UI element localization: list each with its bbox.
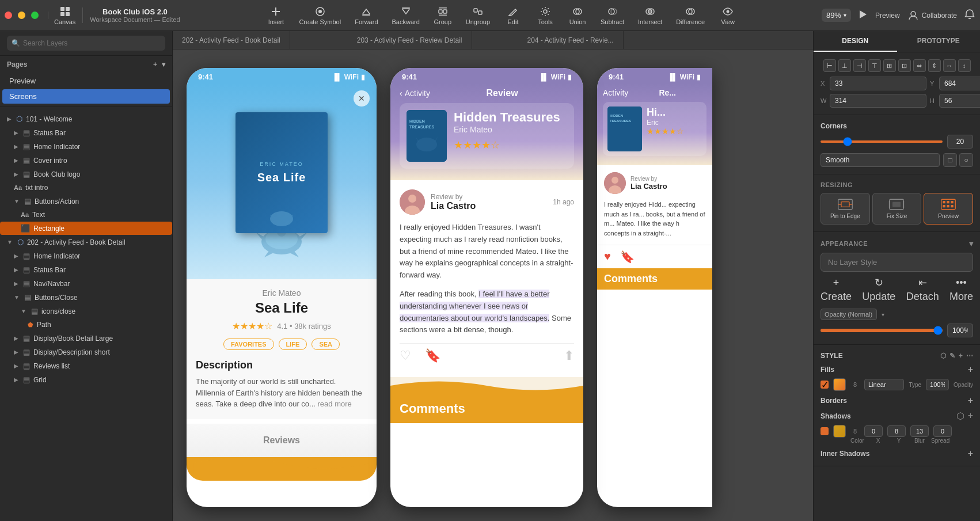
pin-to-edge-option[interactable]: Pin to Edge bbox=[821, 193, 870, 225]
fill-checkbox[interactable]: ✓ bbox=[821, 381, 829, 389]
notifications-icon[interactable] bbox=[964, 9, 975, 22]
smooth-circle-button[interactable]: ○ bbox=[959, 153, 973, 167]
corners-input[interactable] bbox=[947, 135, 973, 149]
more-style-button[interactable]: ••• More bbox=[949, 277, 973, 303]
layer-path[interactable]: ⬟ Path bbox=[0, 318, 172, 331]
close-button[interactable] bbox=[5, 12, 12, 19]
w-input[interactable] bbox=[830, 94, 926, 108]
align-bottom-button[interactable]: ⊡ bbox=[898, 59, 911, 72]
union-tool[interactable]: Union bbox=[563, 3, 592, 28]
layer-style-select[interactable]: No Layer Style bbox=[821, 253, 973, 272]
tab-prototype[interactable]: PROTOTYPE bbox=[897, 31, 981, 52]
layer-nav-navbar[interactable]: ▶ ▤ Nav/Navbar bbox=[0, 277, 172, 290]
layer-book-club-logo[interactable]: ▶ ▤ Book Club logo bbox=[0, 168, 172, 181]
edit-tool[interactable]: Edit bbox=[498, 3, 528, 28]
preview-button[interactable] bbox=[856, 8, 868, 23]
align-right-button[interactable]: ⊣ bbox=[853, 59, 866, 72]
layer-cover-intro[interactable]: ▶ ▤ Cover intro bbox=[0, 154, 172, 167]
layer-home-indicator-2[interactable]: ▶ ▤ Home Indicator bbox=[0, 249, 172, 263]
canvas-tool[interactable]: Insert Canvas bbox=[54, 6, 75, 25]
align-left-button[interactable]: ⊢ bbox=[823, 59, 836, 72]
style-icon-1[interactable]: ⬡ bbox=[940, 352, 946, 360]
group-tool[interactable]: Group bbox=[428, 3, 458, 28]
layer-reviews-list[interactable]: ▶ ▤ Reviews list bbox=[0, 359, 172, 372]
minimize-button[interactable] bbox=[18, 12, 25, 19]
bookmark-button[interactable]: 🔖 bbox=[425, 348, 440, 363]
collaborate-button[interactable]: Collaborate bbox=[907, 9, 957, 22]
tools-tool[interactable]: Tools bbox=[530, 3, 560, 28]
like-button[interactable]: ♡ bbox=[400, 348, 411, 363]
add-inner-shadow-button[interactable]: + bbox=[968, 448, 973, 459]
shadow-spread-input[interactable] bbox=[933, 425, 952, 437]
view-tool[interactable]: View bbox=[713, 3, 743, 28]
tab-design[interactable]: DESIGN bbox=[814, 31, 897, 52]
layer-icons-close[interactable]: ▼ ▤ icons/close bbox=[0, 305, 172, 318]
layer-grid[interactable]: ▶ ▤ Grid bbox=[0, 373, 172, 386]
style-icon-4[interactable]: ⋯ bbox=[966, 352, 973, 360]
flip-h-button[interactable]: ↔ bbox=[943, 59, 956, 72]
maximize-button[interactable] bbox=[31, 12, 39, 19]
shadow-x-input[interactable] bbox=[864, 425, 883, 437]
align-middle-button[interactable]: ⊞ bbox=[883, 59, 896, 72]
opacity-slider[interactable] bbox=[821, 329, 943, 332]
screen3-like-icon[interactable]: ♥ bbox=[604, 250, 611, 264]
share-button[interactable]: ⬆ bbox=[564, 348, 574, 363]
add-page-icon[interactable]: + bbox=[153, 60, 157, 69]
page-preview[interactable]: Preview bbox=[2, 74, 170, 88]
layer-home-indicator[interactable]: ▶ ▤ Home Indicator bbox=[0, 140, 172, 153]
page-screens[interactable]: Screens bbox=[2, 89, 170, 104]
intersect-tool[interactable]: Intersect bbox=[632, 3, 668, 28]
create-style-button[interactable]: + Create bbox=[821, 277, 852, 303]
layer-202-activity[interactable]: ▼ ⬡ 202 - Activity Feed - Book Detail bbox=[0, 235, 172, 249]
appearance-chevron-icon[interactable]: ▾ bbox=[969, 239, 974, 248]
fill-type-select[interactable]: Linear bbox=[864, 379, 904, 390]
x-input[interactable] bbox=[830, 77, 926, 90]
screen3-bookmark-icon[interactable]: 🔖 bbox=[620, 250, 635, 264]
pages-chevron-icon[interactable]: ▾ bbox=[162, 60, 165, 69]
zoom-control[interactable]: 89% ▾ bbox=[822, 9, 851, 22]
shadow-icon-2[interactable]: + bbox=[968, 410, 973, 421]
layer-display-desc[interactable]: ▶ ▤ Display/Description short bbox=[0, 345, 172, 359]
layer-101-welcome[interactable]: ▶ ⬡ 101 - Welcome bbox=[0, 112, 172, 126]
create-symbol-tool[interactable]: Create Symbol bbox=[293, 3, 347, 28]
layer-buttons-action[interactable]: ▼ ▤ Buttons/Action bbox=[0, 195, 172, 208]
add-border-button[interactable]: + bbox=[968, 395, 973, 406]
align-center-h-button[interactable]: ⊥ bbox=[838, 59, 851, 72]
fill-opacity-input[interactable] bbox=[926, 379, 949, 390]
style-icon-2[interactable]: ✎ bbox=[949, 352, 955, 360]
insert-tool[interactable]: Insert bbox=[261, 3, 291, 28]
back-button[interactable]: ‹ Activity bbox=[400, 89, 430, 98]
layer-txt-intro[interactable]: Aa txt intro bbox=[0, 181, 172, 194]
h-input[interactable] bbox=[939, 94, 980, 108]
add-fill-button[interactable]: + bbox=[968, 364, 973, 375]
shadow-checkbox[interactable] bbox=[821, 427, 829, 435]
smooth-square-button[interactable]: □ bbox=[943, 153, 957, 167]
layer-status-bar[interactable]: ▶ ▤ Status Bar bbox=[0, 126, 172, 139]
update-style-button[interactable]: ↻ Update bbox=[862, 276, 895, 303]
opacity-input[interactable] bbox=[947, 324, 973, 337]
preview-resize-option[interactable]: Preview bbox=[924, 193, 973, 225]
subtract-tool[interactable]: Subtract bbox=[595, 3, 630, 28]
dist-h-button[interactable]: ⇔ bbox=[913, 59, 926, 72]
fill-color-picker[interactable] bbox=[833, 378, 846, 391]
detach-style-button[interactable]: ⇤ Detach bbox=[906, 276, 939, 303]
difference-tool[interactable]: Difference bbox=[670, 3, 711, 28]
opacity-mode-select[interactable]: Opacity (Normal) bbox=[821, 309, 877, 320]
layer-display-book[interactable]: ▶ ▤ Display/Book Detail Large bbox=[0, 332, 172, 345]
style-icon-3[interactable]: + bbox=[959, 352, 963, 360]
shadow-color-picker[interactable] bbox=[833, 425, 846, 438]
backward-tool[interactable]: Backward bbox=[386, 3, 426, 28]
layer-text[interactable]: Aa Text bbox=[0, 208, 172, 221]
shadow-y-input[interactable] bbox=[887, 425, 906, 437]
flip-v-button[interactable]: ↕ bbox=[958, 59, 971, 72]
shadow-blur-input[interactable] bbox=[910, 425, 929, 437]
fix-size-option[interactable]: Fix Size bbox=[872, 193, 922, 225]
corners-slider[interactable] bbox=[821, 140, 943, 143]
layer-rectangle[interactable]: ⬛ Rectangle bbox=[0, 222, 172, 235]
align-top-button[interactable]: ⊤ bbox=[868, 59, 881, 72]
ungroup-tool[interactable]: Ungroup bbox=[460, 3, 496, 28]
read-more-link[interactable]: read more bbox=[318, 400, 352, 408]
forward-tool[interactable]: Forward bbox=[349, 3, 383, 28]
canvas-content[interactable]: 9:41 ▐▌ WiFi ▮ ✕ bbox=[173, 50, 813, 521]
y-input[interactable] bbox=[939, 77, 980, 90]
